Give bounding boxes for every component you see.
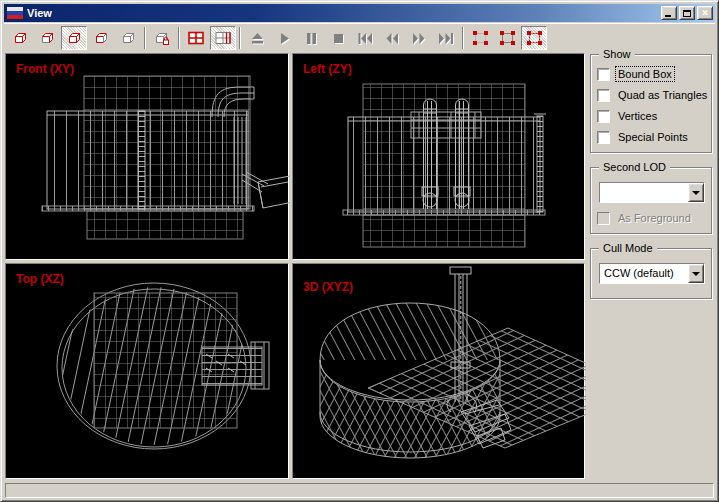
viewport-front-label: Front (XY): [16, 62, 74, 76]
as-foreground-checkbox: [597, 212, 610, 225]
chevron-down-icon: [692, 272, 700, 276]
layout-quad-icon: [187, 30, 205, 46]
selection-box-1-button[interactable]: [467, 26, 493, 50]
cube-lock-icon: [154, 30, 171, 46]
toolbar-separator: [462, 27, 464, 49]
checkbox-as-foreground: As Foreground: [597, 211, 707, 225]
front-wireframe: [6, 54, 290, 261]
show-group-title: Show: [599, 48, 635, 61]
titlebar[interactable]: View ×: [4, 4, 715, 22]
stop-icon: [330, 30, 347, 46]
skip-start-button[interactable]: [352, 26, 378, 50]
skip-end-icon: [437, 30, 455, 46]
pause-icon: [303, 30, 320, 46]
cull-mode-group-title: Cull Mode: [599, 242, 657, 255]
cube-view-5-button[interactable]: [115, 26, 141, 50]
cube-view-2-icon: [39, 30, 56, 46]
cube-view-4-icon: [93, 30, 110, 46]
maximize-button[interactable]: [679, 6, 695, 20]
checkbox-quad-as-triangles[interactable]: Quad as Triangles: [597, 88, 707, 102]
second-lod-group: Second LOD As Foreground: [590, 167, 712, 234]
cube-view-1-button[interactable]: [7, 26, 33, 50]
viewport-left-label: Left (ZY): [303, 62, 352, 76]
eject-button[interactable]: [244, 26, 270, 50]
special-points-label: Special Points: [616, 130, 690, 144]
cull-mode-dropdown[interactable]: CCW (default): [599, 263, 705, 284]
minimize-button[interactable]: [661, 6, 677, 20]
viewport-front[interactable]: Front (XY): [5, 53, 289, 260]
cube-view-5-icon: [120, 30, 137, 46]
rewind-icon: [383, 30, 401, 46]
second-lod-dropdown[interactable]: [599, 182, 705, 203]
as-foreground-label: As Foreground: [616, 211, 693, 225]
chevron-down-icon: [692, 191, 700, 195]
maximize-icon: [683, 10, 691, 17]
close-icon: ×: [702, 8, 708, 18]
bound-box-checkbox[interactable]: [597, 68, 610, 81]
skip-end-button[interactable]: [433, 26, 459, 50]
selection-box-2-button[interactable]: [494, 26, 520, 50]
show-group: Show Bound Box Quad as Triangles Vertice…: [590, 54, 712, 153]
fast-forward-button[interactable]: [406, 26, 432, 50]
toolbar-separator: [239, 27, 241, 49]
eject-icon: [249, 30, 266, 46]
layout-custom-icon: [214, 30, 232, 46]
special-points-checkbox[interactable]: [597, 131, 610, 144]
toolbar-separator: [178, 27, 180, 49]
window-title: View: [27, 7, 659, 19]
3d-wireframe: [293, 264, 586, 480]
selection-box-1-icon: [472, 30, 489, 46]
selection-box-3-button[interactable]: [521, 26, 547, 50]
pause-button[interactable]: [298, 26, 324, 50]
minimize-icon: [665, 15, 671, 17]
second-lod-value: [600, 183, 688, 202]
cull-mode-value: CCW (default): [600, 264, 688, 283]
cube-lock-button[interactable]: [149, 26, 175, 50]
top-wireframe: [6, 264, 290, 480]
close-button[interactable]: ×: [697, 6, 713, 20]
checkbox-vertices[interactable]: Vertices: [597, 109, 707, 123]
second-lod-group-title: Second LOD: [599, 161, 670, 174]
viewport-3d[interactable]: 3D (XYZ): [292, 263, 585, 479]
play-button[interactable]: [271, 26, 297, 50]
second-lod-dropdown-button[interactable]: [688, 183, 704, 202]
app-flag-icon: [7, 7, 23, 19]
stop-button[interactable]: [325, 26, 351, 50]
quad-as-triangles-checkbox[interactable]: [597, 89, 610, 102]
play-icon: [276, 30, 293, 46]
left-wireframe: [293, 54, 586, 261]
rewind-button[interactable]: [379, 26, 405, 50]
cube-view-2-button[interactable]: [34, 26, 60, 50]
checkbox-special-points[interactable]: Special Points: [597, 130, 707, 144]
toolbar-separator: [144, 27, 146, 49]
toolbar: [4, 23, 715, 51]
viewport-top-label: Top (XZ): [16, 272, 64, 286]
layout-quad-button[interactable]: [183, 26, 209, 50]
client-area: Front (XY): [4, 52, 715, 498]
view-window: View ×: [0, 0, 719, 502]
viewport-3d-label: 3D (XYZ): [303, 280, 353, 294]
selection-box-2-icon: [499, 30, 516, 46]
cube-view-1-icon: [12, 30, 29, 46]
fast-forward-icon: [410, 30, 428, 46]
side-panel: Show Bound Box Quad as Triangles Vertice…: [588, 54, 714, 494]
quad-as-triangles-label: Quad as Triangles: [616, 88, 709, 102]
cull-mode-dropdown-button[interactable]: [688, 264, 704, 283]
cube-view-4-button[interactable]: [88, 26, 114, 50]
cube-view-3-button[interactable]: [61, 26, 87, 50]
layout-custom-button[interactable]: [210, 26, 236, 50]
vertices-checkbox[interactable]: [597, 110, 610, 123]
viewport-left[interactable]: Left (ZY): [292, 53, 585, 260]
checkbox-bound-box[interactable]: Bound Box: [597, 67, 707, 81]
skip-start-icon: [356, 30, 374, 46]
cube-view-3-icon: [66, 30, 83, 46]
cull-mode-group: Cull Mode CCW (default): [590, 248, 712, 299]
vertices-label: Vertices: [616, 109, 659, 123]
viewport-top[interactable]: Top (XZ): [5, 263, 289, 479]
selection-box-3-icon: [526, 30, 543, 46]
bound-box-label: Bound Box: [616, 67, 674, 81]
